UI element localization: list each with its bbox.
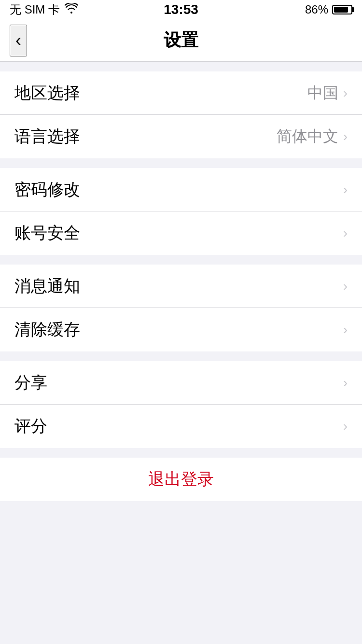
row-label-region: 地区选择 [14,82,80,104]
row-right-password: › [343,182,348,197]
row-label-notifications: 消息通知 [14,275,80,297]
settings-row-rate[interactable]: 评分 › [0,405,362,448]
settings-row-region[interactable]: 地区选择 中国 › [0,71,362,115]
page-title: 设置 [164,28,198,52]
wifi-icon [65,3,78,16]
chevron-icon-language: › [343,129,348,144]
chevron-icon-clear-cache: › [343,322,348,337]
back-icon: ‹ [15,30,21,51]
row-right-rate: › [343,419,348,434]
chevron-icon-region: › [343,85,348,101]
battery-percent: 86% [305,3,328,16]
chevron-icon-share: › [343,375,348,391]
chevron-icon-account-security: › [343,225,348,241]
row-right-account-security: › [343,225,348,241]
row-label-clear-cache: 清除缓存 [14,319,80,341]
row-right-region: 中国 › [307,83,348,104]
row-label-password: 密码修改 [14,179,80,201]
chevron-icon-notifications: › [343,279,348,294]
status-time: 13:53 [164,2,198,17]
row-right-clear-cache: › [343,322,348,337]
row-right-share: › [343,375,348,391]
row-label-rate: 评分 [14,415,47,437]
row-label-account-security: 账号安全 [14,222,80,244]
battery-icon [332,5,352,14]
settings-group-notifications: 消息通知 › 清除缓存 › [0,265,362,351]
settings-group-share-rate: 分享 › 评分 › [0,361,362,448]
settings-group-region-language: 地区选择 中国 › 语言选择 简体中文 › [0,71,362,158]
row-value-region: 中国 [307,83,338,104]
section-divider-1 [0,62,362,71]
row-label-share: 分享 [14,372,47,394]
status-right: 86% [305,3,352,16]
settings-row-clear-cache[interactable]: 清除缓存 › [0,308,362,351]
chevron-icon-password: › [343,182,348,197]
logout-button[interactable]: 退出登录 [0,458,362,501]
settings-row-share[interactable]: 分享 › [0,361,362,405]
section-divider-4 [0,351,362,361]
status-bar: 无 SIM 卡 13:53 86% [0,0,362,19]
settings-row-language[interactable]: 语言选择 简体中文 › [0,115,362,158]
settings-row-account-security[interactable]: 账号安全 › [0,211,362,255]
status-left: 无 SIM 卡 [10,2,78,17]
section-divider-2 [0,158,362,168]
section-divider-3 [0,255,362,265]
row-label-language: 语言选择 [14,126,80,148]
row-right-language: 简体中文 › [277,126,348,147]
settings-row-password[interactable]: 密码修改 › [0,168,362,211]
nav-bar: ‹ 设置 [0,19,362,62]
settings-row-notifications[interactable]: 消息通知 › [0,265,362,308]
logout-section: 退出登录 [0,458,362,501]
settings-group-security: 密码修改 › 账号安全 › [0,168,362,255]
carrier-label: 无 SIM 卡 [10,2,60,17]
row-right-notifications: › [343,279,348,294]
chevron-icon-rate: › [343,419,348,434]
back-button[interactable]: ‹ [10,25,27,56]
row-value-language: 简体中文 [277,126,338,147]
